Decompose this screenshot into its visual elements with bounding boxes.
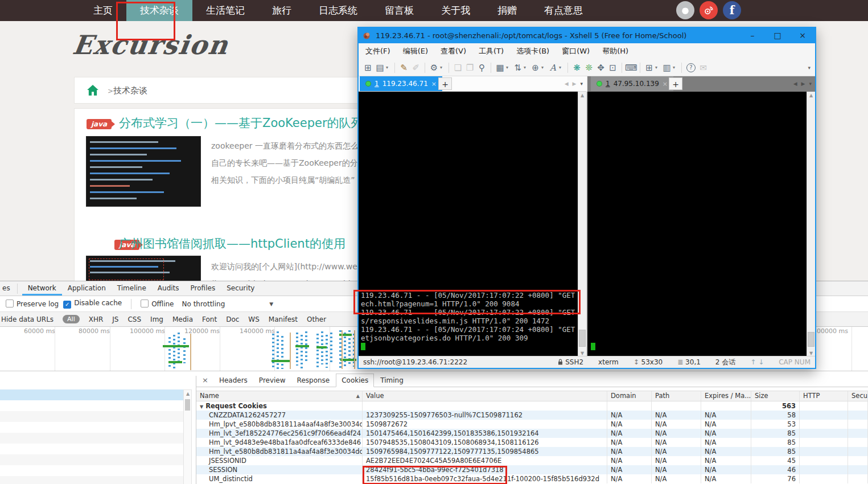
- highlight-icon[interactable]: ❊: [583, 63, 595, 73]
- nav-item-travel[interactable]: 旅行: [258, 0, 305, 21]
- filter-font[interactable]: Font: [202, 315, 217, 323]
- article-thumbnail[interactable]: [86, 136, 201, 207]
- detail-tab-preview[interactable]: Preview: [254, 374, 291, 387]
- scroll-up-icon[interactable]: ▲: [184, 391, 192, 396]
- terminal-scrollbar[interactable]: ▲ ▼: [807, 92, 815, 357]
- color-scheme-icon[interactable]: ❋: [571, 63, 583, 73]
- weibo-icon[interactable]: [700, 1, 718, 19]
- tab-scroll-left-icon[interactable]: ◀: [793, 81, 797, 87]
- nav-item-life[interactable]: 生活笔记: [192, 0, 258, 21]
- cookie-row[interactable]: Hm_lvt_e580b8db831811a4aaf4a8f3e30034dc …: [196, 447, 868, 456]
- article-tag[interactable]: java: [87, 119, 112, 129]
- maximize-button[interactable]: □: [765, 28, 790, 43]
- dropdown-caret-icon[interactable]: ▾: [506, 65, 511, 70]
- tab-list-caret-icon[interactable]: ▾: [809, 81, 812, 87]
- copy-icon[interactable]: ❏: [452, 63, 464, 73]
- scroll-down-icon[interactable]: ▼: [807, 351, 815, 356]
- detail-tab-headers[interactable]: Headers: [214, 374, 253, 387]
- nav-item-logsys[interactable]: 日志系统: [305, 0, 371, 21]
- session-properties-icon[interactable]: ⚙: [428, 63, 440, 73]
- facebook-icon[interactable]: f: [723, 1, 741, 19]
- disable-cache-checkbox[interactable]: ✓Disable cache: [63, 299, 122, 309]
- fullscreen-icon[interactable]: ✥: [595, 63, 607, 73]
- new-tab-button[interactable]: +: [669, 77, 682, 90]
- cookie-group-row[interactable]: ▼ Request Cookies 563: [196, 401, 868, 411]
- down-arrow-icon[interactable]: ↓: [758, 358, 764, 366]
- dropdown-caret-icon[interactable]: ▾: [524, 65, 528, 70]
- tab-close-icon[interactable]: ×: [431, 80, 437, 88]
- tab-audits[interactable]: Audits: [152, 281, 185, 296]
- article-title-link[interactable]: 分布式学习（一）——基于ZooKeeper的队列顺: [119, 115, 375, 131]
- scrollbar-thumb[interactable]: [185, 399, 190, 411]
- nav-item-msgboard[interactable]: 留言板: [371, 0, 427, 21]
- request-rows[interactable]: [0, 400, 183, 484]
- minimize-button[interactable]: –: [740, 28, 765, 43]
- dropdown-caret-icon[interactable]: ▾: [559, 65, 563, 70]
- scrollbar-thumb[interactable]: [808, 332, 814, 347]
- menu-tools[interactable]: 工具(T): [479, 46, 504, 56]
- web-icon[interactable]: ⊕: [529, 63, 541, 73]
- filter-doc[interactable]: Doc: [226, 315, 239, 323]
- new-session-icon[interactable]: ⊞: [362, 63, 374, 73]
- detail-tab-response[interactable]: Response: [292, 374, 335, 387]
- preserve-log-checkbox[interactable]: Preserve log: [6, 300, 59, 308]
- dropdown-caret-icon[interactable]: ▾: [440, 65, 445, 70]
- tab-application[interactable]: Application: [62, 281, 112, 296]
- offline-checkbox[interactable]: Offline: [141, 300, 174, 308]
- filter-all-pill[interactable]: All: [63, 315, 80, 323]
- tab-profiles[interactable]: Profiles: [185, 281, 221, 296]
- github-icon[interactable]: [676, 1, 694, 19]
- filter-other[interactable]: Other: [307, 315, 326, 323]
- lock-icon[interactable]: ⊡: [607, 63, 619, 73]
- feedback-icon[interactable]: ✉: [697, 63, 709, 73]
- throttling-select[interactable]: No throttling: [182, 300, 225, 308]
- disconnect-icon[interactable]: ✐: [410, 63, 422, 73]
- cookie-row-session[interactable]: SESSION 28424f91-5bc5-4bba-99ec-f725401d…: [196, 465, 868, 474]
- print-icon[interactable]: ▦: [494, 63, 506, 73]
- scroll-up-icon[interactable]: ▲: [807, 93, 815, 98]
- dropdown-caret-icon[interactable]: ▾: [386, 65, 390, 70]
- close-detail-icon[interactable]: ×: [196, 374, 213, 387]
- nav-item-donate[interactable]: 捐赠: [484, 0, 530, 21]
- tile-layout-icon[interactable]: ▥: [661, 63, 673, 73]
- menu-help[interactable]: 帮助(H): [602, 46, 628, 56]
- close-button[interactable]: ×: [790, 28, 815, 43]
- tab-session-47[interactable]: 1 47.95.10.139 ×: [591, 76, 673, 91]
- tab-security[interactable]: Security: [221, 281, 260, 296]
- open-session-icon[interactable]: ▤: [374, 63, 386, 73]
- scroll-up-down-icons[interactable]: ↑ ↓: [750, 358, 764, 366]
- cookie-row[interactable]: CNZZDATA1262457277 1237309255-1509776503…: [196, 411, 868, 420]
- col-value[interactable]: Value: [363, 391, 607, 401]
- xshell-title-bar[interactable]: 119.23.46.71 - root@shenzhenali:/opt/tom…: [359, 28, 815, 43]
- request-list-scrollbar[interactable]: ▲: [183, 389, 192, 484]
- toolbar-overflow-caret-icon[interactable]: ▾: [808, 65, 811, 71]
- tab-scroll-right-icon[interactable]: ▶: [573, 81, 577, 87]
- font-icon[interactable]: A: [547, 63, 559, 73]
- tab-scroll-right-icon[interactable]: ▶: [801, 81, 805, 87]
- detail-tab-timing[interactable]: Timing: [375, 374, 409, 387]
- col-http[interactable]: HTTP: [800, 391, 848, 401]
- col-expires[interactable]: Expires / Ma...: [701, 391, 751, 401]
- col-path[interactable]: Path: [652, 391, 701, 401]
- paste-icon[interactable]: ❐: [464, 63, 476, 73]
- col-size[interactable]: Size: [751, 391, 800, 401]
- col-secure[interactable]: Secur...: [848, 391, 868, 401]
- nav-item-home[interactable]: 主页: [80, 0, 126, 21]
- article-title-link[interactable]: 广州图书馆借阅抓取——httpClient的使用: [119, 236, 345, 252]
- menu-window[interactable]: 窗口(W): [562, 46, 590, 56]
- home-icon[interactable]: [87, 84, 99, 97]
- dropdown-caret-icon[interactable]: ▾: [655, 65, 660, 70]
- nav-item-fun[interactable]: 有点意思: [530, 0, 597, 21]
- new-file-icon[interactable]: ⊞: [643, 63, 655, 73]
- keyboard-icon[interactable]: ⌨: [625, 63, 637, 73]
- scrollbar-thumb[interactable]: [579, 330, 586, 347]
- cookie-row[interactable]: Hm_lvt_3ef185224776ec2561c9f7066ead4f24 …: [196, 429, 868, 438]
- help-icon[interactable]: ?: [686, 63, 696, 72]
- cookie-row[interactable]: JSESSIONID AE2B72EED4E7024C45A59A80E6E47…: [196, 456, 868, 465]
- terminal-scrollbar[interactable]: ▲ ▼: [578, 92, 586, 357]
- tab-session-119[interactable]: 1 119.23.46.71 ×: [360, 76, 442, 91]
- throttling-dropdown-icon[interactable]: ▼: [269, 301, 273, 307]
- terminal-119[interactable]: 119.23.46.71 - - [05/Nov/2017:17:07:22 +…: [359, 92, 578, 357]
- menu-edit[interactable]: 编辑(E): [403, 46, 428, 56]
- tab-timeline[interactable]: Timeline: [112, 281, 152, 296]
